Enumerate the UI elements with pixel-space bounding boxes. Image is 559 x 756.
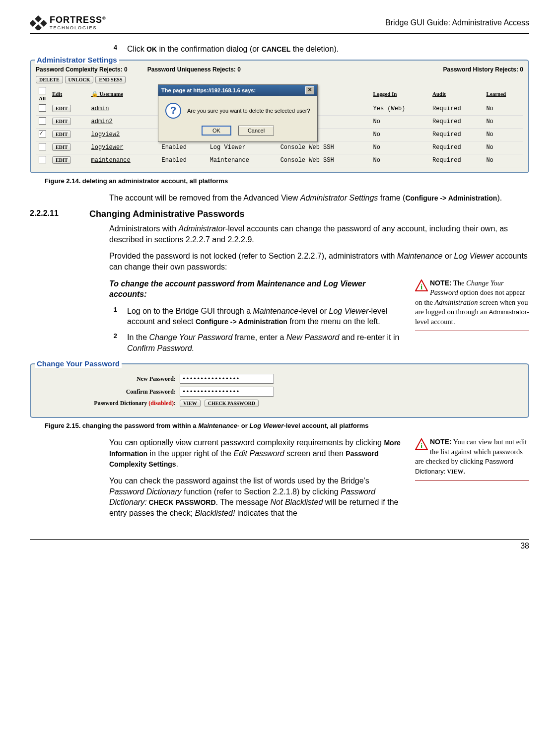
- figure-caption: Figure 2.14. deleting an administrator a…: [45, 177, 529, 185]
- close-icon[interactable]: ✕: [305, 86, 314, 94]
- logo-main-text: FORTRESS: [50, 15, 102, 25]
- svg-marker-3: [35, 24, 42, 30]
- body-text: You can optionally view current password…: [109, 437, 403, 470]
- page-header: FORTRESS® TECHNOLOGIES Bridge GUI Guide:…: [30, 15, 529, 34]
- logo-icon: [30, 15, 47, 30]
- view-button[interactable]: VIEW: [180, 400, 201, 407]
- caution-icon: i: [415, 438, 428, 453]
- delete-button[interactable]: DELETE: [36, 76, 63, 83]
- edit-button[interactable]: EDIT: [52, 131, 71, 138]
- row-checkbox[interactable]: [39, 104, 46, 112]
- svg-text:i: i: [420, 283, 422, 291]
- svg-marker-1: [30, 20, 36, 27]
- row-checkbox[interactable]: [39, 117, 46, 125]
- table-row: EDITmaintenanceEnabledMaintenanceConsole…: [36, 154, 523, 167]
- new-password-field[interactable]: [180, 374, 274, 384]
- unlock-button[interactable]: UNLOCK: [65, 76, 94, 83]
- history-rejects: Password History Rejects: 0: [443, 66, 523, 73]
- note-1: i NOTE: The Change Your Password option …: [415, 278, 529, 332]
- edit-button[interactable]: EDIT: [52, 118, 71, 125]
- body-text: The account will be removed from the Adv…: [109, 193, 529, 204]
- confirm-dialog: The page at https://192.168.1.6 says: ✕ …: [158, 84, 318, 142]
- confirm-password-label: Confirm Password:: [37, 388, 176, 396]
- figure-caption: Figure 2.15. changing the password from …: [45, 422, 529, 429]
- select-all-checkbox[interactable]: [39, 87, 46, 94]
- logo-sub-text: TECHNOLOGIES: [50, 25, 106, 30]
- check-password-button[interactable]: CHECK PASSWORD: [205, 400, 259, 407]
- edit-button[interactable]: EDIT: [52, 105, 71, 112]
- step-number: 4: [109, 44, 117, 55]
- svg-marker-0: [35, 15, 42, 22]
- logo: FORTRESS® TECHNOLOGIES: [30, 15, 106, 30]
- dict-label: Password Dictionary: [94, 400, 147, 407]
- caution-icon: i: [415, 279, 428, 294]
- new-password-label: New Password:: [37, 375, 176, 383]
- step-4: 4 Click OK in the confirmation dialog (o…: [109, 44, 529, 55]
- document-title: Bridge GUI Guide: Administrative Access: [385, 18, 529, 27]
- step-1: 1 Log on to the Bridge GUI through a Mai…: [109, 306, 403, 327]
- edit-button[interactable]: EDIT: [52, 143, 71, 151]
- ok-button[interactable]: OK: [202, 126, 231, 136]
- question-icon: ?: [165, 103, 181, 119]
- svg-text:i: i: [420, 442, 422, 450]
- end-session-button[interactable]: END SESS: [95, 76, 126, 83]
- body-text: You can check the password against the l…: [109, 476, 403, 518]
- dialog-title: The page at https://192.168.1.6 says:: [161, 87, 256, 93]
- note-2: i NOTE: You can view but not edit the li…: [415, 437, 529, 481]
- body-text: Provided the password is not locked (ref…: [109, 251, 529, 272]
- section-heading: 2.2.2.11 Changing Administrative Passwor…: [30, 209, 529, 219]
- change-password-legend: Change Your Password: [35, 359, 122, 368]
- dialog-message: Are you sure you want to delete the sele…: [187, 108, 310, 114]
- step-2: 2 In the Change Your Password frame, ent…: [109, 332, 403, 353]
- procedure-title: To change the account password from Main…: [109, 278, 403, 300]
- complexity-rejects: Password Complexity Rejects: 0: [36, 66, 128, 73]
- uniqueness-rejects: Password Uniqueness Rejects: 0: [147, 66, 241, 73]
- confirm-password-field[interactable]: [180, 387, 274, 397]
- body-text: Administrators with Administrator-level …: [109, 223, 529, 245]
- table-row: EDITlogviewerEnabledLog ViewerConsole We…: [36, 141, 523, 154]
- row-checkbox[interactable]: [39, 156, 46, 163]
- svg-marker-2: [40, 20, 47, 27]
- disabled-tag: (disabled): [148, 400, 174, 407]
- figure-2-15-screenshot: Change Your Password New Password: Confi…: [30, 363, 529, 418]
- page-number: 38: [30, 539, 529, 550]
- admin-settings-legend: Administrator Settings: [35, 56, 119, 64]
- row-checkbox[interactable]: [39, 143, 46, 150]
- row-checkbox[interactable]: [39, 130, 46, 137]
- figure-2-14-screenshot: Administrator Settings Password Complexi…: [30, 60, 529, 173]
- edit-button[interactable]: EDIT: [52, 156, 71, 164]
- cancel-button[interactable]: Cancel: [238, 126, 274, 136]
